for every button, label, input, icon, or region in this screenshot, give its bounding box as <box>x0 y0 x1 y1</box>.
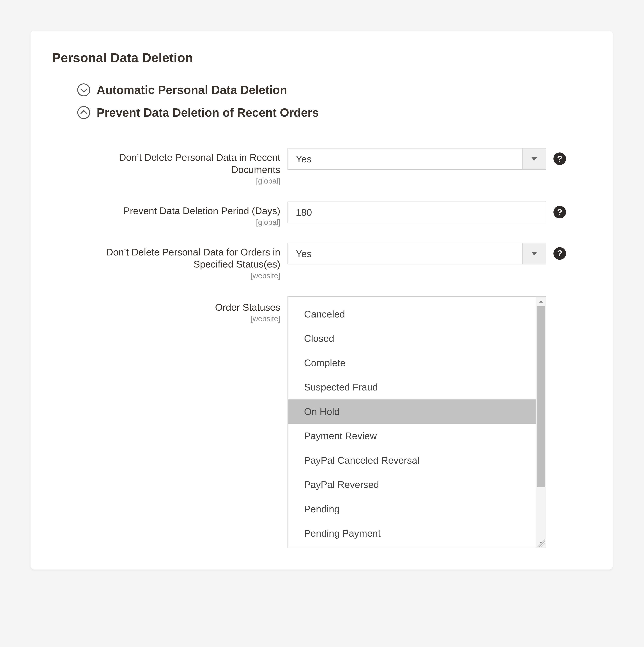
multiselect-option[interactable]: Pending <box>288 497 536 521</box>
multiselect-option[interactable]: Payment Review <box>288 424 536 448</box>
help-icon[interactable]: ? <box>553 247 566 260</box>
section-title-prevent: Prevent Data Deletion of Recent Orders <box>97 106 319 119</box>
multiselect-option[interactable]: Pending Payment <box>288 521 536 546</box>
section-automatic-deletion[interactable]: Automatic Personal Data Deletion <box>77 83 591 97</box>
multiselect-option[interactable]: Suspected Fraud <box>288 375 536 400</box>
dropdown-button[interactable] <box>522 148 546 169</box>
scope-label: [website] <box>77 314 280 323</box>
multiselect-order-statuses[interactable]: CanceledClosedCompleteSuspected FraudOn … <box>288 296 546 548</box>
label-wrap: Don’t Delete Personal Data for Orders in… <box>77 243 280 280</box>
help-icon[interactable]: ? <box>553 206 566 218</box>
label-wrap: Prevent Data Deletion Period (Days) [glo… <box>77 202 280 227</box>
dropdown-button[interactable] <box>522 243 546 264</box>
scroll-thumb[interactable] <box>537 306 545 487</box>
scope-label: [website] <box>77 272 280 280</box>
select-dont-delete-recent[interactable]: Yes <box>288 148 546 170</box>
scope-label: [global] <box>77 218 280 227</box>
triangle-up-icon <box>539 300 543 302</box>
field-label: Don’t Delete Personal Data for Orders in… <box>77 246 280 270</box>
field-label: Prevent Data Deletion Period (Days) <box>77 205 280 217</box>
scrollbar[interactable] <box>536 297 546 548</box>
scroll-up-button[interactable] <box>536 297 546 306</box>
field-prevent-period: Prevent Data Deletion Period (Days) [glo… <box>77 202 591 227</box>
select-value: Yes <box>288 243 522 264</box>
help-icon[interactable]: ? <box>553 152 566 165</box>
scroll-track[interactable] <box>536 306 546 538</box>
label-wrap: Don’t Delete Personal Data in Recent Doc… <box>77 148 280 185</box>
input-wrap <box>288 202 546 223</box>
select-dont-delete-status[interactable]: Yes <box>288 243 546 265</box>
field-label: Order Statuses <box>77 301 280 313</box>
chevron-up-icon <box>77 106 90 119</box>
label-wrap: Order Statuses [website] <box>77 296 280 323</box>
multiselect-option[interactable]: Closed <box>288 326 536 351</box>
multiselect-option[interactable]: On Hold <box>288 400 536 424</box>
field-dont-delete-recent: Don’t Delete Personal Data in Recent Doc… <box>77 148 591 185</box>
select-value: Yes <box>288 148 522 169</box>
multiselect-option[interactable]: Canceled <box>288 302 536 327</box>
resize-handle-icon[interactable] <box>537 539 545 547</box>
multiselect-list: CanceledClosedCompleteSuspected FraudOn … <box>288 297 536 548</box>
caret-down-icon <box>531 252 537 256</box>
chevron-down-icon <box>77 83 90 96</box>
input-prevent-period[interactable] <box>288 202 546 223</box>
caret-down-icon <box>531 157 537 161</box>
scope-label: [global] <box>77 177 280 185</box>
section-title-automatic: Automatic Personal Data Deletion <box>97 83 287 97</box>
field-order-statuses: Order Statuses [website] CanceledClosedC… <box>77 296 591 548</box>
multiselect-option[interactable]: PayPal Canceled Reversal <box>288 448 536 473</box>
panel-title: Personal Data Deletion <box>52 50 591 65</box>
section-prevent-deletion[interactable]: Prevent Data Deletion of Recent Orders <box>77 106 591 119</box>
settings-panel: Personal Data Deletion Automatic Persona… <box>30 30 613 570</box>
multiselect-option[interactable]: PayPal Reversed <box>288 473 536 497</box>
field-label: Don’t Delete Personal Data in Recent Doc… <box>77 151 280 175</box>
fieldset-prevent: Don’t Delete Personal Data in Recent Doc… <box>77 148 591 548</box>
multiselect-option[interactable]: Complete <box>288 351 536 375</box>
field-dont-delete-status: Don’t Delete Personal Data for Orders in… <box>77 243 591 280</box>
